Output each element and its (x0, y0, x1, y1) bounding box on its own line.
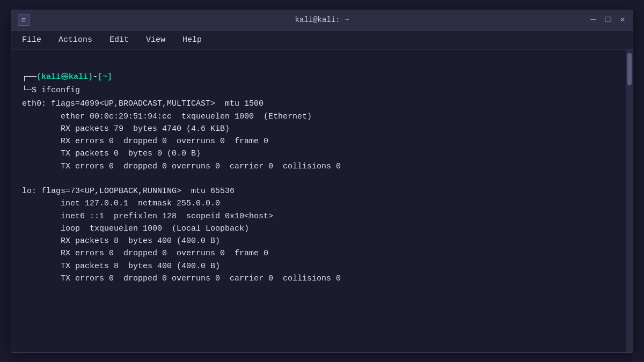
terminal-window: ⊟ kali@kali: ~ ─ □ ✕ File Actions Edit V… (11, 10, 633, 353)
prompt-line-top: ┌──(kali㉿kali)-[~] (22, 71, 616, 83)
prompt-dir: [~] (98, 72, 112, 82)
terminal-icon-symbol: ⊟ (21, 16, 25, 24)
terminal-content[interactable]: ┌──(kali㉿kali)-[~] └─$ ifconfig eth0: fl… (11, 50, 626, 352)
output-line-5: TX errors 0 dropped 0 overruns 0 carrier… (22, 160, 616, 173)
title-bar: ⊟ kali@kali: ~ ─ □ ✕ (11, 10, 633, 31)
output-line-2: RX packets 79 bytes 4740 (4.6 KiB) (22, 123, 616, 135)
menu-help[interactable]: Help (180, 34, 204, 46)
title-bar-left: ⊟ (18, 14, 30, 26)
menu-file[interactable]: File (20, 34, 43, 46)
output-line-7: lo: flags=73<UP,LOOPBACK,RUNNING> mtu 65… (22, 185, 616, 197)
output-line-8: inet 127.0.0.1 netmask 255.0.0.0 (22, 197, 616, 210)
command-text: ifconfig (36, 86, 80, 95)
bracket-corner: ┌── (22, 72, 36, 82)
menu-view[interactable]: View (144, 34, 167, 46)
terminal-body: ┌──(kali㉿kali)-[~] └─$ ifconfig eth0: fl… (11, 50, 626, 294)
window-controls: ─ □ ✕ (589, 16, 626, 24)
output-line-0: eth0: flags=4099<UP,BROADCAST,MULTICAST>… (22, 98, 616, 110)
output-line-12: RX errors 0 dropped 0 overruns 0 frame 0 (22, 247, 616, 260)
output-line-1: ether 00:0c:29:51:94:cc txqueuelen 1000 … (22, 110, 616, 123)
scrollbar-track[interactable] (626, 50, 633, 352)
prompt-symbol: $ (32, 86, 36, 95)
prompt-dash: - (93, 72, 98, 82)
maximize-button[interactable]: □ (604, 16, 612, 24)
scrollbar-thumb[interactable] (627, 53, 632, 85)
prompt-user: (kali㉿kali) (36, 72, 93, 82)
minimize-button[interactable]: ─ (589, 16, 597, 24)
blank-spacer (22, 58, 616, 71)
close-button[interactable]: ✕ (619, 16, 626, 24)
menu-edit[interactable]: Edit (107, 34, 131, 46)
output-line-3: RX errors 0 dropped 0 overruns 0 frame 0 (22, 135, 616, 147)
menu-actions[interactable]: Actions (56, 34, 94, 46)
output-line-9: inet6 ::1 prefixlen 128 scopeid 0x10<hos… (22, 210, 616, 223)
output-line-4: TX packets 0 bytes 0 (0.0 B) (22, 147, 616, 160)
scrollbar-area: ┌──(kali㉿kali)-[~] └─$ ifconfig eth0: fl… (11, 50, 633, 352)
menu-bar: File Actions Edit View Help (11, 31, 633, 50)
output-line-14: TX errors 0 dropped 0 overruns 0 carrier… (22, 272, 616, 285)
output-line-13: TX packets 8 bytes 400 (400.0 B) (22, 260, 616, 272)
window-title: kali@kali: ~ (295, 16, 349, 24)
output-line-11: RX packets 8 bytes 400 (400.0 B) (22, 235, 616, 247)
prompt-line-cmd: └─$ ifconfig (22, 84, 616, 97)
bracket-bottom: └─ (22, 86, 32, 95)
terminal-icon: ⊟ (18, 14, 30, 26)
output-line-10: loop txqueuelen 1000 (Local Loopback) (22, 223, 616, 235)
blank-between (22, 173, 616, 185)
